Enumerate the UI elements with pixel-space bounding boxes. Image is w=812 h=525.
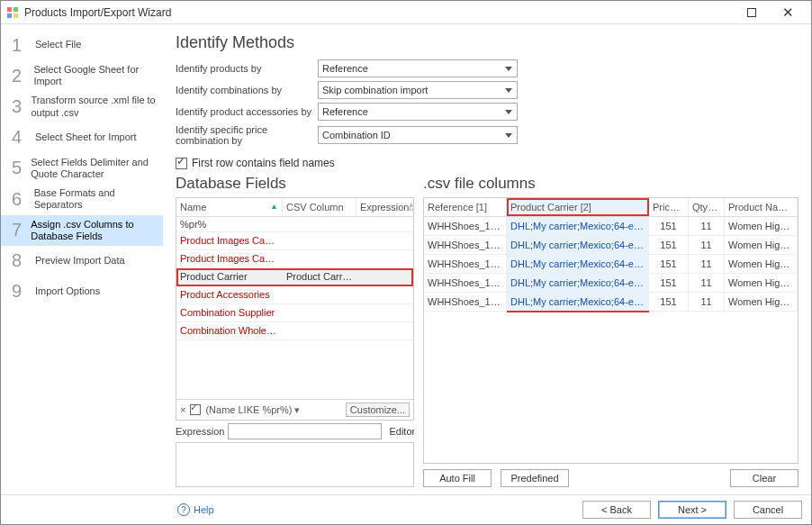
back-button[interactable]: < Back	[582, 501, 651, 519]
csv-cell-carrier: DHL;My carrier;Mexico;64-express	[507, 217, 649, 235]
db-cell-name: Product Images Caption	[176, 232, 283, 249]
csv-col-product-name[interactable]: Product Name [5]	[725, 198, 798, 216]
window-title: Products Import/Export Wizard	[24, 6, 734, 19]
main-panel: Identify Methods Identify products byRef…	[163, 24, 811, 494]
identify-select[interactable]: Reference	[318, 103, 518, 121]
db-row[interactable]: Product Accessories	[176, 286, 413, 304]
step-number: 4	[12, 127, 26, 148]
csv-cell-reference: WHHShoes_10cm_12	[424, 236, 507, 254]
clear-filter-icon[interactable]: ×	[180, 404, 185, 415]
db-row[interactable]: Combination Supplier	[176, 304, 413, 322]
csv-grid[interactable]: Reference [1] Product Carrier [2] Price …	[423, 197, 798, 464]
csv-cell-qty: 11	[689, 236, 725, 254]
csv-cell-price: 151	[649, 217, 689, 235]
db-cell-exp	[356, 250, 413, 267]
csv-col-qty[interactable]: Qty [4]	[689, 198, 725, 216]
csv-col-product-carrier[interactable]: Product Carrier [2]	[507, 198, 649, 216]
expression-label: Expression	[176, 426, 224, 437]
wizard-step-7[interactable]: 7Assign .csv Columns to Database Fields	[1, 215, 163, 246]
identify-label: Identify products by	[176, 63, 318, 74]
identify-row: Identify products byReference	[176, 59, 798, 77]
wizard-step-3[interactable]: 3Transform source .xml file to output .c…	[1, 91, 163, 122]
db-cell-name: Combination Supplier	[176, 304, 283, 321]
step-number: 7	[12, 220, 22, 240]
svg-rect-2	[7, 14, 12, 18]
checkbox-icon[interactable]	[176, 158, 187, 169]
window-maximize-button[interactable]	[734, 2, 770, 23]
identify-select[interactable]: Skip combination import	[318, 81, 518, 99]
csv-row[interactable]: WHHShoes_10cm_12DHL;My carrier;Mexico;64…	[424, 236, 798, 255]
db-fields-grid[interactable]: Name▾ CSV Column Expressionfx %pr% Produ…	[176, 197, 414, 421]
csv-cell-carrier: DHL;My carrier;Mexico;64-express	[507, 236, 649, 254]
step-number: 6	[12, 189, 25, 210]
step-label: Preview Import Data	[35, 255, 125, 267]
wizard-step-5[interactable]: 5Select Fields Delimiter and Quote Chara…	[1, 153, 163, 184]
csv-row[interactable]: WHHShoes_10cm_15DHL;My carrier;Mexico;64…	[424, 293, 798, 312]
db-cell-exp	[356, 322, 413, 339]
csv-cell-qty: 11	[689, 217, 725, 235]
filter-expression[interactable]: (Name LIKE %pr%)	[205, 404, 340, 416]
cancel-button[interactable]: Cancel	[734, 501, 802, 519]
identify-select[interactable]: Combination ID	[318, 126, 518, 144]
csv-row[interactable]: WHHShoes_10cm_1DHL;My carrier;Mexico;64-…	[424, 217, 798, 236]
autofill-button[interactable]: Auto Fill	[423, 469, 492, 487]
step-label: Select Fields Delimiter and Quote Charac…	[31, 157, 156, 180]
identify-label: Identify specific price combination by	[176, 124, 318, 146]
csv-col-price[interactable]: Price [3]	[649, 198, 689, 216]
identify-label: Identify combinations by	[176, 85, 318, 95]
csv-cell-name: Women High Heel	[725, 274, 798, 292]
csv-cell-carrier: DHL;My carrier;Mexico;64-express	[507, 293, 649, 311]
step-label: Base Formats and Separators	[34, 187, 156, 211]
db-row[interactable]: Product Images Caption	[176, 250, 413, 268]
db-fields-heading: Database Fields	[176, 175, 414, 193]
db-row[interactable]: Product Images Caption	[176, 232, 413, 250]
db-cell-name: Product Accessories	[176, 286, 283, 303]
identify-heading: Identify Methods	[176, 33, 798, 52]
wizard-step-4[interactable]: 4Select Sheet for Import	[1, 122, 163, 153]
db-row[interactable]: Combination Wholesale	[176, 322, 413, 340]
help-icon: ?	[177, 503, 190, 516]
db-cell-exp	[356, 304, 413, 321]
db-col-csv[interactable]: CSV Column	[283, 198, 356, 216]
db-row[interactable]: Product CarrierProduct Carrier [2]	[176, 268, 413, 286]
csv-col-reference[interactable]: Reference [1]	[424, 198, 507, 216]
csv-cell-qty: 11	[689, 274, 725, 292]
expression-input[interactable]	[228, 423, 382, 439]
db-col-exp[interactable]: Expressionfx	[356, 198, 414, 216]
window-close-button[interactable]: ✕	[770, 2, 806, 23]
step-label: Import Options	[35, 285, 100, 297]
predefined-button[interactable]: Predefined	[501, 469, 569, 487]
csv-row[interactable]: WHHShoes_10cm_14DHL;My carrier;Mexico;64…	[424, 274, 798, 293]
csv-cell-qty: 11	[689, 293, 725, 311]
editor-link[interactable]: Editor	[389, 426, 414, 437]
db-cell-name: Combination Wholesale	[176, 322, 283, 339]
db-cell-exp	[356, 286, 413, 303]
csv-cell-name: Women High Heel	[725, 293, 798, 311]
wizard-step-6[interactable]: 6Base Formats and Separators	[1, 184, 163, 214]
csv-cell-price: 151	[649, 293, 689, 311]
wizard-steps-sidebar: 1Select File2Select Google Sheet for Imp…	[1, 24, 163, 494]
wizard-step-8[interactable]: 8Preview Import Data	[1, 246, 163, 276]
step-label: Select Google Sheet for Import	[33, 64, 156, 87]
db-col-name[interactable]: Name▾	[176, 198, 283, 216]
app-icon	[6, 6, 19, 19]
filter-enable-checkbox[interactable]	[190, 404, 201, 415]
help-link[interactable]: ? Help	[177, 503, 214, 516]
next-button[interactable]: Next >	[658, 501, 726, 519]
wizard-step-1[interactable]: 1Select File	[1, 30, 163, 60]
db-cell-csv	[283, 286, 356, 303]
wizard-step-9[interactable]: 9Import Options	[1, 276, 163, 307]
identify-row: Identify combinations bySkip combination…	[176, 81, 798, 99]
db-cell-csv	[283, 232, 356, 249]
clear-button[interactable]: Clear	[730, 469, 798, 487]
first-row-checkbox-row[interactable]: First row contains field names	[176, 157, 798, 169]
wizard-step-2[interactable]: 2Select Google Sheet for Import	[1, 60, 163, 91]
csv-row[interactable]: WHHShoes_10cm_13DHL;My carrier;Mexico;64…	[424, 255, 798, 274]
csv-cell-price: 151	[649, 274, 689, 292]
customize-button[interactable]: Customize...	[346, 403, 410, 417]
step-label: Assign .csv Columns to Database Fields	[31, 219, 156, 242]
identify-select[interactable]: Reference	[318, 59, 518, 77]
identify-label: Identify product accessories by	[176, 106, 318, 117]
db-filter-value[interactable]: %pr%	[176, 217, 413, 232]
filter-icon[interactable]: ▾	[272, 203, 276, 213]
